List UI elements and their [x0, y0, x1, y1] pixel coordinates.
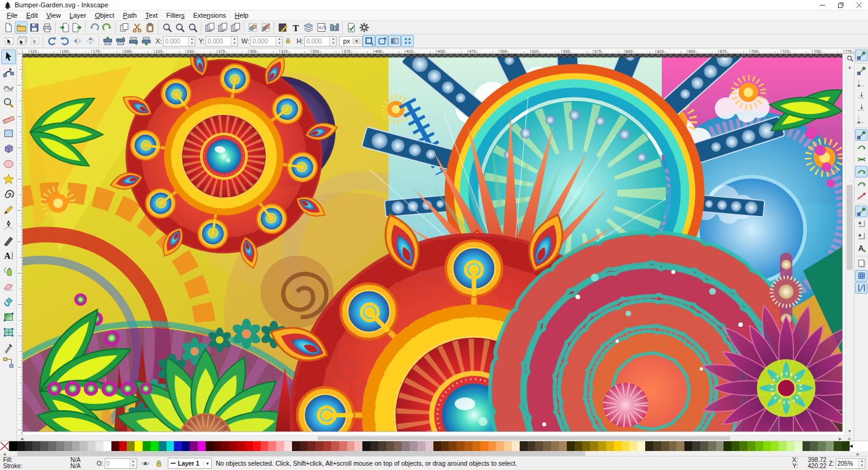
- palette-swatch[interactable]: [48, 441, 56, 451]
- fill-stroke-indicator[interactable]: Fill:N/A Stroke:N/A: [0, 457, 92, 469]
- snap-line-midpoints-button[interactable]: [855, 190, 867, 202]
- palette-scroll-thumb[interactable]: [17, 451, 585, 456]
- layer-lock-toggle[interactable]: [154, 458, 164, 468]
- snap-guides-button[interactable]: [855, 282, 867, 294]
- palette-swatch[interactable]: [512, 441, 520, 451]
- layer-visibility-toggle[interactable]: [141, 458, 151, 468]
- import-button[interactable]: [58, 21, 70, 34]
- palette-swatch[interactable]: [284, 441, 292, 451]
- palette-swatch[interactable]: [103, 441, 111, 451]
- redo-button[interactable]: [100, 21, 113, 34]
- menu-view[interactable]: View: [42, 11, 65, 20]
- duplicate-button[interactable]: [203, 21, 216, 34]
- tool-zoom[interactable]: [1, 95, 16, 110]
- tool-measure[interactable]: [1, 111, 16, 125]
- deselect-button[interactable]: [28, 35, 41, 47]
- group-button[interactable]: [246, 21, 259, 34]
- tool-paint-bucket[interactable]: [1, 294, 16, 309]
- rotate-cw-button[interactable]: [58, 35, 71, 47]
- palette-swatch[interactable]: [378, 441, 386, 451]
- flip-vertical-button[interactable]: [84, 35, 97, 47]
- palette-swatch[interactable]: [323, 441, 331, 451]
- color-managed-view-button[interactable]: [845, 436, 854, 441]
- palette-scroll-left[interactable]: ◀: [0, 452, 9, 456]
- palette-swatch[interactable]: [747, 441, 755, 451]
- snap-cusp-nodes-button[interactable]: [855, 166, 867, 177]
- layer-selector[interactable]: Layer 1 ▼: [168, 458, 212, 469]
- snap-bbox-centers-button[interactable]: [855, 114, 867, 125]
- palette-swatch[interactable]: [95, 441, 103, 451]
- palette-swatch[interactable]: [661, 441, 669, 451]
- palette-swatch[interactable]: [629, 441, 637, 451]
- palette-swatch[interactable]: [151, 441, 159, 451]
- palette-swatch[interactable]: [582, 441, 590, 451]
- palette-swatch[interactable]: [9, 441, 17, 451]
- tool-calligraphy[interactable]: [1, 233, 16, 248]
- palette-swatch[interactable]: [842, 441, 850, 451]
- minimize-button[interactable]: [813, 0, 831, 10]
- palette-swatch[interactable]: [575, 441, 583, 451]
- layers-dialog-button[interactable]: [302, 21, 315, 34]
- palette-swatch[interactable]: [268, 441, 276, 451]
- palette-swatch[interactable]: [307, 441, 315, 451]
- palette-swatch[interactable]: [481, 441, 488, 451]
- palette-swatch[interactable]: [261, 441, 269, 451]
- palette-swatch[interactable]: [724, 441, 731, 451]
- palette-swatch[interactable]: [245, 441, 253, 451]
- x-input[interactable]: [163, 37, 188, 46]
- tool-gradient[interactable]: [1, 310, 16, 324]
- save-button[interactable]: [28, 21, 40, 34]
- text-dialog-button[interactable]: [289, 21, 302, 34]
- palette-swatch[interactable]: [590, 441, 598, 451]
- tool-dropper[interactable]: [1, 340, 16, 355]
- snap-bbox-edge-midpoints-button[interactable]: [855, 102, 867, 113]
- palette-swatch[interactable]: [159, 441, 166, 451]
- palette-swatch[interactable]: [739, 441, 747, 451]
- transform-gradients-toggle[interactable]: [388, 35, 401, 47]
- unit-selector[interactable]: px▼: [339, 36, 362, 47]
- snap-page-border-button[interactable]: [855, 258, 867, 269]
- palette-swatch[interactable]: [763, 441, 771, 451]
- tool-selector[interactable]: [1, 50, 16, 64]
- tool-spray[interactable]: [1, 264, 16, 278]
- palette-swatch[interactable]: [198, 441, 206, 451]
- tool-ellipse[interactable]: [1, 157, 16, 171]
- palette-swatch[interactable]: [433, 441, 441, 451]
- scroll-left-button[interactable]: ◀: [17, 436, 26, 441]
- clone-button[interactable]: [216, 21, 229, 34]
- tool-rectangle[interactable]: [1, 126, 16, 141]
- opacity-control[interactable]: O: ▲▼: [97, 458, 137, 469]
- palette-swatch[interactable]: [135, 441, 143, 451]
- palette-swatch[interactable]: [425, 441, 433, 451]
- palette-swatch[interactable]: [300, 441, 308, 451]
- palette-swatch[interactable]: [692, 441, 700, 451]
- palette-swatch[interactable]: [684, 441, 692, 451]
- palette-swatch[interactable]: [614, 441, 622, 451]
- snap-rotation-centers-button[interactable]: [855, 230, 867, 242]
- vertical-ruler[interactable]: [17, 54, 23, 435]
- menu-text[interactable]: Text: [141, 11, 162, 20]
- tool-eraser[interactable]: [1, 279, 16, 294]
- palette-swatch[interactable]: [315, 441, 323, 451]
- zoom-control[interactable]: Z: ▲▼: [829, 458, 866, 469]
- palette-swatch[interactable]: [457, 441, 465, 451]
- palette-swatch[interactable]: [64, 441, 72, 451]
- tool-mesh-gradient[interactable]: [1, 325, 16, 340]
- palette-swatch[interactable]: [339, 441, 347, 451]
- palette-swatch[interactable]: [803, 441, 810, 451]
- palette-swatch[interactable]: [417, 441, 425, 451]
- ungroup-button[interactable]: [259, 21, 272, 34]
- palette-swatch[interactable]: [779, 441, 787, 451]
- palette-swatch[interactable]: [32, 441, 40, 451]
- menu-help[interactable]: Help: [230, 11, 253, 20]
- transform-patterns-toggle[interactable]: [401, 35, 414, 47]
- palette-swatch[interactable]: [370, 441, 378, 451]
- menu-edit[interactable]: Edit: [22, 11, 42, 20]
- menu-path[interactable]: Path: [119, 11, 141, 20]
- zoom-input[interactable]: [836, 459, 858, 468]
- sticky-zoom-button[interactable]: [845, 54, 854, 62]
- palette-swatch[interactable]: [143, 441, 151, 451]
- palette-swatch[interactable]: [826, 441, 834, 451]
- palette-swatch[interactable]: [40, 441, 48, 451]
- select-all-button[interactable]: [2, 35, 15, 47]
